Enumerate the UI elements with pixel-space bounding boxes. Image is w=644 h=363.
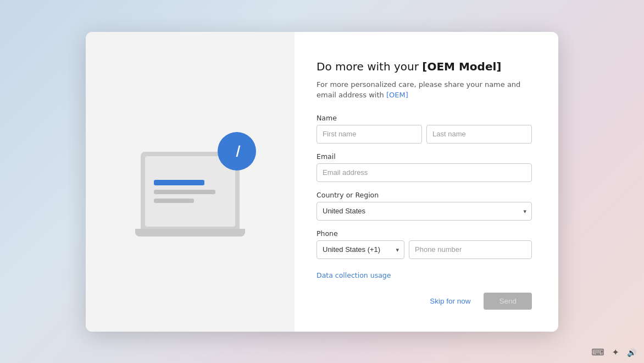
laptop-base [135,229,245,237]
keyboard-icon[interactable]: ⌨ [592,347,604,358]
laptop-illustration: I [130,127,251,237]
dialog-title: Do more with your [OEM Model] [317,59,532,74]
dialog-subtitle: For more personalized care, please share… [317,79,532,101]
skip-button[interactable]: Skip for now [423,293,477,310]
screen-content [145,156,235,227]
country-select[interactable]: United States Canada United Kingdom Aust… [317,202,532,221]
last-name-input[interactable] [426,125,532,144]
name-field-group: Name [317,114,532,144]
phone-row: United States (+1) Canada (+1) United Ki… [317,240,532,259]
phone-country-select[interactable]: United States (+1) Canada (+1) United Ki… [317,240,404,259]
accessibility-icon[interactable]: ✦ [612,347,619,358]
screen-bar-blue [154,180,204,185]
country-select-wrapper: United States Canada United Kingdom Aust… [317,202,532,221]
taskbar-icons: ⌨ ✦ 🔊 [592,347,637,358]
phone-label: Phone [317,229,532,238]
phone-country-select-wrapper: United States (+1) Canada (+1) United Ki… [317,240,404,259]
email-label: Email [317,152,532,161]
data-collection-link[interactable]: Data collection usage [317,271,532,279]
country-field-group: Country or Region United States Canada U… [317,191,532,221]
illustration-panel: I [86,32,295,332]
email-input[interactable] [317,163,532,182]
form-content: Do more with your [OEM Model] For more p… [317,59,532,279]
volume-icon[interactable]: 🔊 [627,348,636,357]
chat-bubble-icon: I [218,132,256,170]
phone-field-group: Phone United States (+1) Canada (+1) Uni… [317,229,532,259]
subtitle-oem-link[interactable]: [OEM] [386,91,408,99]
send-button[interactable]: Send [484,293,532,310]
form-panel: Do more with your [OEM Model] For more p… [295,32,558,332]
name-input-row [317,125,532,144]
email-field-group: Email [317,152,532,182]
phone-number-input[interactable] [409,240,532,259]
dialog-footer: Skip for now Send [317,293,532,310]
country-label: Country or Region [317,191,532,199]
screen-bar-gray-2 [154,199,194,203]
main-dialog: I Do more with your [OEM Model] For more… [86,32,558,332]
screen-bar-gray-1 [154,190,215,194]
name-label: Name [317,114,532,122]
first-name-input[interactable] [317,125,422,144]
